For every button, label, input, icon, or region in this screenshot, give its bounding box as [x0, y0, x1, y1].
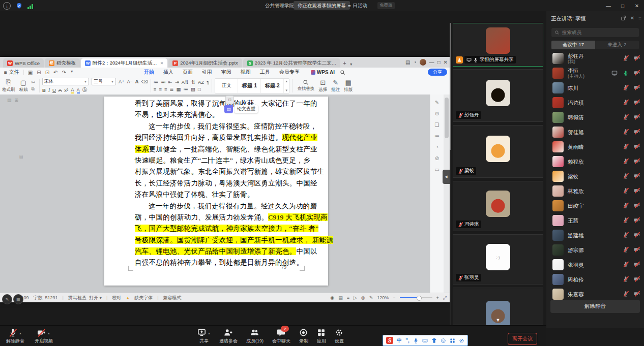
close-button[interactable]: ✕: [630, 0, 644, 11]
tab-in-meeting[interactable]: 会议中·17: [551, 41, 595, 49]
cut-icon[interactable]: ✂: [32, 80, 36, 85]
camera-off-icon[interactable]: [634, 142, 640, 151]
text-effects-icon[interactable]: 𝐀: [135, 79, 139, 85]
mic-on-icon[interactable]: [623, 70, 629, 76]
ime-mode-chinese[interactable]: 中: [397, 337, 402, 344]
tab-list-dropdown-icon[interactable]: ▼: [349, 62, 353, 66]
font-color-button[interactable]: A: [77, 87, 80, 93]
participant-row-2[interactable]: 陈川: [546, 80, 644, 95]
document-scrollbar[interactable]: [444, 95, 450, 293]
scroll-more-icon[interactable]: ▼: [496, 318, 501, 323]
settings-button[interactable]: 设置: [335, 328, 344, 344]
play-view-icon[interactable]: ▷: [354, 295, 357, 300]
participant-row-13[interactable]: 游宗源: [546, 242, 644, 257]
decrease-font-icon[interactable]: A⁻: [127, 79, 132, 84]
ime-punctuation-icon[interactable]: ”,: [405, 338, 409, 343]
page-view-icon[interactable]: ▤: [338, 295, 343, 300]
document-editing-area[interactable]: ▤ ⊞ 看到了美丽风景，取得了沉甸甸的收获。大家记住了一年的不易，也对未来充满信…: [0, 95, 450, 293]
document-tab-0[interactable]: WWPS Office: [3, 58, 44, 68]
ribbon-tab-6[interactable]: 工具: [260, 69, 270, 76]
increase-font-icon[interactable]: A⁺: [119, 79, 124, 84]
increase-indent-icon[interactable]: ⇥: [175, 79, 179, 85]
participant-row-6[interactable]: 黄雨晴: [546, 139, 644, 154]
ribbon-tab-4[interactable]: 审阅: [221, 69, 231, 76]
edit-icon[interactable]: ✎: [435, 100, 439, 105]
style-heading1[interactable]: 标题 1: [238, 79, 261, 93]
ime-settings-icon[interactable]: [459, 338, 464, 343]
typeset-button[interactable]: ▤排版: [342, 79, 355, 93]
ime-emoji-icon[interactable]: [441, 338, 446, 343]
new-tab-button[interactable]: +: [343, 60, 346, 66]
camera-off-icon[interactable]: [634, 172, 640, 181]
floating-tool-icon[interactable]: ⊡: [225, 96, 234, 104]
decrease-indent-icon[interactable]: ⇤: [168, 79, 172, 85]
chat-button[interactable]: 2会中聊天: [272, 328, 290, 344]
caret-icon[interactable]: ▲: [19, 332, 22, 337]
mic-muted-icon[interactable]: [623, 128, 629, 137]
panel-menu-icon[interactable]: ≡: [638, 15, 641, 21]
participant-row-16[interactable]: 朱嘉蓉: [546, 287, 644, 301]
clear-format-icon[interactable]: ⌫: [141, 79, 148, 84]
participant-row-15[interactable]: 周柏伶: [546, 272, 644, 287]
start-video-button[interactable]: ▲开启视频: [35, 328, 53, 344]
ribbon-tab-3[interactable]: 引用: [202, 69, 212, 76]
document-text[interactable]: 看到了美丽风景，取得了沉甸甸的收获。大家记住了一年的不易，也对未来充满信心。这一…: [135, 98, 306, 269]
mic-muted-icon[interactable]: [623, 290, 629, 299]
numbered-list-icon[interactable]: ≕: [161, 79, 166, 85]
paper-check-assistant[interactable]: ▤ 论文查重: [224, 105, 258, 113]
leave-meeting-button[interactable]: 离开会议: [508, 333, 537, 345]
redo-icon[interactable]: ↷: [62, 70, 66, 75]
shading-icon[interactable]: ▧: [191, 86, 195, 92]
ime-toolbox-icon[interactable]: [450, 338, 455, 343]
wps-close-button[interactable]: ✕: [444, 59, 448, 65]
eye-protect-icon[interactable]: ◉: [330, 295, 334, 300]
mail-icon[interactable]: ▭: [434, 167, 439, 172]
zoom-slider-thumb[interactable]: [417, 296, 422, 301]
participant-row-1[interactable]: 李恒(主持人): [546, 66, 644, 80]
ime-voice-icon[interactable]: [413, 338, 419, 343]
sort-icon[interactable]: AZ: [198, 79, 204, 85]
mic-muted-icon[interactable]: [623, 157, 629, 166]
line-spacing-icon[interactable]: ⇅: [191, 79, 195, 85]
participant-row-3[interactable]: 冯诗琪: [546, 95, 644, 110]
mic-muted-icon[interactable]: [623, 231, 629, 240]
copy-icon[interactable]: ⧉: [32, 86, 36, 92]
screen-share-tile[interactable]: 李恒的屏幕共享: [453, 23, 543, 67]
ribbon-tab-5[interactable]: 视图: [241, 69, 251, 76]
ime-keyboard-icon[interactable]: [422, 338, 428, 343]
mic-muted-icon[interactable]: [623, 245, 629, 255]
zoom-slider[interactable]: [400, 297, 432, 298]
user-avatar[interactable]: [420, 59, 426, 66]
style-normal[interactable]: 正文: [215, 79, 238, 93]
camera-off-icon[interactable]: [634, 231, 640, 240]
participant-row-4[interactable]: 韩得清: [546, 110, 644, 124]
participant-row-12[interactable]: 游建雄: [546, 228, 644, 242]
ribbon-tab-7[interactable]: 会员专享: [279, 69, 300, 76]
save-icon[interactable]: ▣: [28, 70, 33, 75]
camera-off-icon[interactable]: [634, 201, 640, 210]
italic-button[interactable]: I: [48, 88, 50, 93]
participant-row-0[interactable]: 彭钰丹(我): [546, 51, 644, 66]
document-tab-2[interactable]: W附件2：2024年1月组织生活…✕: [81, 58, 167, 68]
distribute-icon[interactable]: ▦: [176, 86, 181, 92]
outline-icon[interactable]: ⊞: [15, 98, 19, 103]
bookmark-icon[interactable]: ❏: [435, 122, 440, 128]
share-button[interactable]: 分享: [428, 69, 447, 76]
camera-off-icon[interactable]: [634, 260, 640, 269]
search-member-input[interactable]: 搜索成员: [551, 28, 639, 37]
maximize-button[interactable]: □: [616, 0, 630, 11]
paragraph-handle-icon[interactable]: ▤: [19, 154, 23, 159]
mic-muted-icon[interactable]: [623, 98, 629, 107]
toc-icon[interactable]: ≔: [434, 133, 440, 139]
ime-skin-icon[interactable]: [431, 338, 437, 343]
caret-icon[interactable]: ▲: [47, 332, 50, 337]
strip-scrollbar[interactable]: [450, 23, 451, 325]
ime-logo-icon[interactable]: S: [386, 337, 393, 344]
style-gallery[interactable]: 正文 标题 1 标题 2 ▲▼: [215, 78, 289, 93]
bold-button[interactable]: B: [42, 87, 46, 93]
mic-muted-icon[interactable]: [623, 142, 629, 151]
apps-button[interactable]: 应用: [317, 328, 326, 344]
record-button[interactable]: 录制: [299, 328, 308, 344]
camera-off-icon[interactable]: [634, 54, 640, 63]
participant-row-11[interactable]: 王茜: [546, 213, 644, 228]
